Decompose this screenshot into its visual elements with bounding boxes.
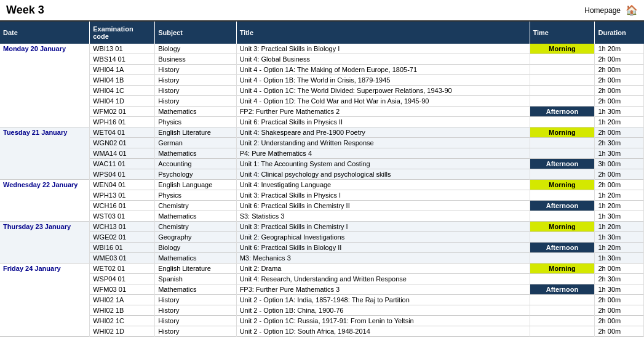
duration-cell: 2h 00m: [595, 295, 644, 305]
time-cell: Afternoon: [530, 243, 595, 253]
date-cell: Friday 24 January: [0, 264, 90, 337]
duration-cell: 1h 30m: [595, 253, 644, 264]
exam-code-cell: WME03 01: [90, 253, 155, 264]
time-cell: [530, 96, 595, 107]
duration-cell: 1h 20m: [595, 201, 644, 211]
table-row: WPH16 01PhysicsUnit 6: Practical Skills …: [0, 117, 644, 127]
exam-code-cell: WHI04 1D: [90, 96, 155, 107]
home-icon[interactable]: 🏠: [626, 4, 638, 16]
duration-cell: 1h 20m: [595, 222, 644, 232]
table-row: WHI02 1AHistoryUnit 2 - Option 1A: India…: [0, 295, 644, 305]
time-cell: [530, 232, 595, 243]
exam-code-cell: WET04 01: [90, 127, 155, 138]
time-cell: Morning: [530, 44, 595, 54]
homepage-link[interactable]: Homepage: [584, 6, 621, 15]
time-cell: Afternoon: [530, 107, 595, 117]
table-row: WBS14 01BusinessUnit 4: Global Business2…: [0, 54, 644, 65]
duration-cell: 1h 20m: [595, 44, 644, 54]
table-row: WAC11 01AccountingUnit 1: The Accounting…: [0, 159, 644, 169]
col-header-time: Time: [530, 22, 595, 44]
title-cell: Unit 4 - Option 1A: The Making of Modern…: [236, 65, 530, 75]
date-cell: Monday 20 January: [0, 44, 90, 127]
time-cell: [530, 253, 595, 264]
subject-cell: Physics: [155, 117, 236, 127]
time-cell: [530, 86, 595, 96]
table-row: Tuesday 21 JanuaryWET04 01English Litera…: [0, 127, 644, 138]
table-row: WHI02 1CHistoryUnit 2 - Option 1C: Russi…: [0, 316, 644, 326]
time-cell: [530, 75, 595, 86]
exam-code-cell: WFM02 01: [90, 107, 155, 117]
subject-cell: Mathematics: [155, 253, 236, 264]
duration-cell: 2h 30m: [595, 274, 644, 284]
title-cell: Unit 2 - Option 1D: South Africa, 1948-2…: [236, 326, 530, 337]
date-cell: Tuesday 21 January: [0, 127, 90, 180]
time-cell: [530, 316, 595, 326]
col-header-exam: Examinationcode: [90, 22, 155, 44]
title-cell: Unit 2 - Option 1A: India, 1857-1948: Th…: [236, 295, 530, 305]
table-row: WME03 01MathematicsM3: Mechanics 31h 30m: [0, 253, 644, 264]
exam-code-cell: WAC11 01: [90, 159, 155, 169]
table-header-row: Date Examinationcode Subject Title Time …: [0, 22, 644, 44]
exam-code-cell: WSP04 01: [90, 274, 155, 284]
subject-cell: History: [155, 295, 236, 305]
subject-cell: Physics: [155, 190, 236, 201]
exam-code-cell: WHI02 1A: [90, 295, 155, 305]
table-row: WHI02 1BHistoryUnit 2 - Option 1B: China…: [0, 305, 644, 316]
duration-cell: 2h 00m: [595, 96, 644, 107]
exam-code-cell: WPH13 01: [90, 190, 155, 201]
duration-cell: 2h 00m: [595, 305, 644, 316]
title-cell: Unit 2: Drama: [236, 264, 530, 274]
title-cell: Unit 3: Practical Skills in Biology I: [236, 44, 530, 54]
exam-code-cell: WHI02 1C: [90, 316, 155, 326]
exam-code-cell: WPH16 01: [90, 117, 155, 127]
title-cell: Unit 4: Global Business: [236, 54, 530, 65]
time-cell: [530, 326, 595, 337]
duration-cell: 2h 00m: [595, 264, 644, 274]
subject-cell: Chemistry: [155, 201, 236, 211]
time-cell: [530, 138, 595, 148]
table-row: Friday 24 JanuaryWET02 01English Literat…: [0, 264, 644, 274]
table-row: WST03 01MathematicsS3: Statistics 31h 30…: [0, 211, 644, 222]
header-right: Homepage 🏠: [584, 4, 638, 16]
time-cell: [530, 169, 595, 180]
subject-cell: Chemistry: [155, 222, 236, 232]
time-cell: [530, 305, 595, 316]
subject-cell: Geography: [155, 232, 236, 243]
header: Week 3 Homepage 🏠: [0, 0, 644, 22]
title-cell: Unit 3: Practical Skills in Chemistry I: [236, 222, 530, 232]
time-cell: Morning: [530, 264, 595, 274]
table-row: WHI02 1DHistoryUnit 2 - Option 1D: South…: [0, 326, 644, 337]
exam-code-cell: WEN04 01: [90, 180, 155, 190]
title-cell: Unit 3: Practical Skills in Physics I: [236, 190, 530, 201]
exam-code-cell: WBI16 01: [90, 243, 155, 253]
table-row: WPH13 01PhysicsUnit 3: Practical Skills …: [0, 190, 644, 201]
title-cell: Unit 4 - Option 1B: The World in Crisis,…: [236, 75, 530, 86]
duration-cell: 1h 30m: [595, 148, 644, 159]
table-row: Monday 20 JanuaryWBI13 01BiologyUnit 3: …: [0, 44, 644, 54]
subject-cell: History: [155, 316, 236, 326]
subject-cell: History: [155, 326, 236, 337]
exam-code-cell: WMA14 01: [90, 148, 155, 159]
time-cell: Morning: [530, 127, 595, 138]
col-header-title: Title: [236, 22, 530, 44]
title-cell: Unit 2: Understanding and Written Respon…: [236, 138, 530, 148]
duration-cell: 1h 30m: [595, 211, 644, 222]
time-cell: [530, 295, 595, 305]
table-row: Thursday 23 JanuaryWCH13 01ChemistryUnit…: [0, 222, 644, 232]
table-row: WFM02 01MathematicsFP2: Further Pure Mat…: [0, 107, 644, 117]
exam-code-cell: WBI13 01: [90, 44, 155, 54]
title-cell: Unit 4 - Option 1C: The World Divided: S…: [236, 86, 530, 96]
duration-cell: 2h 00m: [595, 75, 644, 86]
title-cell: Unit 2: Geographical Investigations: [236, 232, 530, 243]
subject-cell: English Literature: [155, 127, 236, 138]
col-header-duration: Duration: [595, 22, 644, 44]
duration-cell: 1h 30m: [595, 232, 644, 243]
title-cell: FP2: Further Pure Mathematics 2: [236, 107, 530, 117]
title-cell: M3: Mechanics 3: [236, 253, 530, 264]
exam-code-cell: WHI02 1D: [90, 326, 155, 337]
subject-cell: History: [155, 65, 236, 75]
title-cell: Unit 1: The Accounting System and Costin…: [236, 159, 530, 169]
exam-code-cell: WFM03 01: [90, 284, 155, 295]
subject-cell: History: [155, 96, 236, 107]
table-row: WHI04 1CHistoryUnit 4 - Option 1C: The W…: [0, 86, 644, 96]
